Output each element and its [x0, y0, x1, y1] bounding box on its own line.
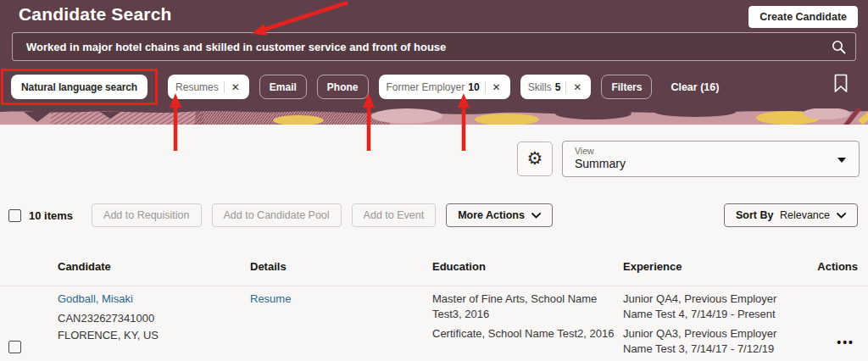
column-header-details: Details	[250, 260, 415, 273]
search-input[interactable]	[12, 32, 856, 61]
chevron-down-icon	[837, 213, 846, 219]
annotation-box-natural-language: Natural language search	[1, 69, 158, 105]
search-bar	[12, 32, 856, 61]
decorative-pattern-band	[0, 108, 868, 125]
candidate-id: CAN232627341000	[58, 310, 236, 327]
view-select[interactable]: View Summary	[562, 141, 860, 177]
gear-icon: ⚙	[527, 150, 543, 168]
view-select-label: View	[575, 146, 847, 156]
sort-by-prefix: Sort By	[736, 209, 773, 221]
natural-language-search-chip[interactable]: Natural language search	[11, 75, 147, 99]
skills-chip-count: 5	[555, 81, 561, 93]
column-header-actions: Actions	[798, 260, 858, 273]
row-checkbox[interactable]	[8, 341, 21, 353]
add-to-requisition-button[interactable]: Add to Requisition	[92, 203, 201, 227]
chip-divider	[224, 81, 225, 93]
bookmark-icon[interactable]	[834, 74, 848, 97]
skills-filter-chip[interactable]: Skills 5 ✕	[520, 75, 592, 99]
select-all-checkbox[interactable]	[8, 209, 21, 222]
resume-link[interactable]: Resume	[250, 292, 291, 307]
education-entry: Master of Fine Arts, School Name Test3, …	[432, 292, 615, 322]
chevron-down-icon	[837, 158, 846, 163]
candidate-name-link[interactable]: Godball, Misaki	[58, 292, 133, 307]
experience-entry: Junior QA3, Previous Employer Name Test …	[623, 326, 801, 357]
items-count-label: 10 items	[29, 209, 73, 222]
filters-chip[interactable]: Filters	[601, 75, 652, 99]
close-icon[interactable]: ✕	[230, 81, 242, 93]
email-filter-chip[interactable]: Email	[259, 75, 307, 99]
search-icon[interactable]	[832, 40, 846, 58]
table-header-row: Candidate Details Education Experience A…	[0, 260, 868, 277]
chip-divider	[485, 81, 486, 93]
filter-chips-row: Natural language search Resumes ✕ Email …	[12, 75, 834, 99]
page-header: Candidate Search Create Candidate Natura…	[0, 0, 868, 108]
column-header-education: Education	[432, 260, 615, 273]
chip-divider	[565, 81, 566, 93]
selection-toolbar: 10 items Add to Requisition Add to Candi…	[8, 203, 858, 227]
sort-by-button[interactable]: Sort By Relevance	[724, 203, 858, 227]
view-select-value: Summary	[575, 157, 847, 170]
education-entry: Certificate, School Name Test2, 2016	[432, 326, 615, 342]
settings-gear-button[interactable]: ⚙	[517, 142, 553, 176]
add-to-candidate-pool-button[interactable]: Add to Candidate Pool	[212, 203, 342, 227]
candidate-search-page: Candidate Search Create Candidate Natura…	[0, 0, 868, 361]
close-icon[interactable]: ✕	[571, 81, 583, 93]
add-to-event-button[interactable]: Add to Event	[352, 203, 437, 227]
page-title: Candidate Search	[19, 4, 172, 25]
column-header-candidate: Candidate	[58, 260, 236, 273]
chevron-down-icon	[531, 213, 541, 219]
candidate-location: FLORENCE, KY, US	[58, 327, 236, 344]
candidate-cell: Godball, Misaki CAN232627341000 FLORENCE…	[58, 292, 236, 344]
column-header-experience: Experience	[623, 260, 801, 273]
phone-filter-chip[interactable]: Phone	[317, 75, 369, 99]
details-cell: Resume	[250, 292, 415, 307]
resumes-filter-chip[interactable]: Resumes ✕	[168, 75, 249, 99]
resumes-chip-label: Resumes	[175, 81, 219, 93]
create-candidate-button[interactable]: Create Candidate	[748, 6, 858, 28]
former-employer-chip-count: 10	[468, 81, 479, 93]
table-row: Godball, Misaki CAN232627341000 FLORENCE…	[0, 286, 868, 361]
experience-entry: Junior QA4, Previous Employer Name Test …	[623, 292, 801, 322]
sort-by-value: Relevance	[780, 209, 830, 221]
skills-chip-label: Skills	[528, 81, 552, 93]
education-cell: Master of Fine Arts, School Name Test3, …	[432, 292, 615, 346]
former-employer-chip-label: Former Employer	[387, 81, 465, 93]
close-icon[interactable]: ✕	[491, 81, 503, 93]
clear-filters-link[interactable]: Clear (16)	[670, 81, 719, 93]
experience-cell: Junior QA4, Previous Employer Name Test …	[623, 292, 801, 361]
more-actions-button[interactable]: More Actions	[446, 203, 553, 227]
row-actions-menu-icon[interactable]: •••	[837, 336, 854, 349]
former-employer-filter-chip[interactable]: Former Employer 10 ✕	[379, 75, 510, 99]
